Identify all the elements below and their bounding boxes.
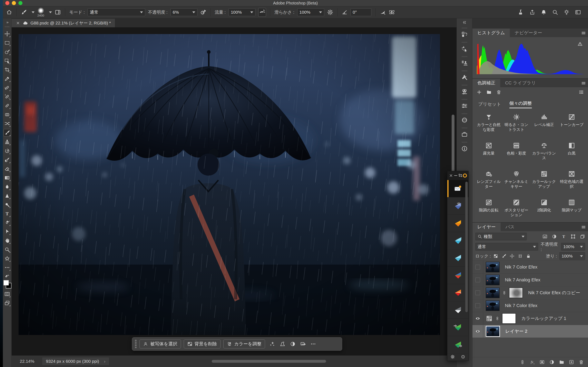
workspace-icon[interactable]	[575, 9, 581, 15]
history-brush-tool[interactable]	[4, 147, 11, 154]
color-mixer-panel-icon[interactable]	[459, 87, 469, 96]
adjustment-item-0[interactable]: カラーと自然な彩度	[475, 113, 503, 137]
filter-smart-object-icon[interactable]	[580, 234, 585, 239]
nik-preferences-icon[interactable]	[450, 355, 455, 359]
smoothing-options-gear-icon[interactable]	[327, 9, 333, 15]
layer-mask-thumbnail[interactable]	[502, 313, 516, 324]
layer-visibility-toggle[interactable]	[472, 261, 483, 273]
info-panel-icon[interactable]	[459, 144, 469, 153]
adjustment-item-12[interactable]: 階調の反転	[475, 199, 503, 222]
adjustments-icon[interactable]	[290, 341, 296, 347]
lock-transparency-icon[interactable]	[493, 254, 498, 259]
new-group-icon[interactable]	[559, 359, 564, 365]
pressure-size-icon[interactable]	[380, 9, 386, 15]
transform-icon[interactable]	[280, 341, 285, 347]
plugins-panel-icon[interactable]	[459, 30, 469, 39]
adjustment-item-7[interactable]: 白黒	[558, 142, 586, 166]
hand-tool[interactable]	[4, 237, 11, 244]
layer-thumbnail[interactable]	[486, 275, 500, 285]
link-layers-icon[interactable]	[520, 359, 525, 365]
layer-visibility-toggle[interactable]	[472, 274, 483, 286]
clone-source-panel-icon[interactable]	[459, 58, 469, 68]
rectangular-marquee-tool[interactable]	[4, 39, 11, 46]
adjustments-panel-menu-icon[interactable]	[581, 81, 586, 86]
list-view-icon[interactable]	[579, 90, 584, 95]
gradient-tool[interactable]	[4, 174, 11, 181]
move-tool[interactable]	[4, 30, 11, 37]
remove-tool[interactable]	[4, 93, 11, 100]
filter-pixel-layers-icon[interactable]	[542, 234, 548, 239]
customize-panel-icon[interactable]	[459, 73, 469, 82]
collapse-panels-icon[interactable]	[462, 20, 467, 25]
layer-name[interactable]: カラールックアップ 1	[521, 315, 566, 322]
nik-minimize-icon[interactable]	[453, 173, 458, 178]
zoom-tool[interactable]	[4, 246, 11, 253]
path-selection-tool[interactable]	[4, 228, 11, 235]
nik-close-icon[interactable]	[449, 173, 453, 178]
new-adjustment-layer-icon[interactable]	[549, 359, 554, 365]
eyedropper-tool[interactable]	[4, 75, 11, 82]
object-selection-tool[interactable]	[4, 57, 11, 64]
tool-preset-chevron-icon[interactable]	[32, 11, 35, 13]
new-group-icon[interactable]	[486, 90, 492, 95]
bell-icon[interactable]	[541, 9, 547, 15]
adjustment-item-4[interactable]: 露光量	[475, 142, 503, 166]
nik-output-sharpener-icon[interactable]	[447, 336, 468, 353]
layer-mask-thumbnail[interactable]	[509, 287, 523, 298]
quick-mask-button[interactable]	[4, 291, 11, 298]
nik-settings-icon[interactable]	[458, 173, 463, 178]
delete-adjustment-icon[interactable]	[496, 90, 502, 95]
layer-name[interactable]: Nik 7 Color Efex	[505, 264, 537, 270]
new-layer-icon[interactable]	[569, 359, 574, 365]
search-icon[interactable]	[552, 9, 558, 15]
adjustment-item-15[interactable]: 階調マップ	[558, 199, 586, 222]
lock-pixels-icon[interactable]	[502, 254, 506, 259]
layer-name[interactable]: Nik 7 Color Efex	[505, 303, 537, 308]
filter-shape-layers-icon[interactable]	[571, 234, 576, 239]
generative-sparkle-icon[interactable]	[269, 341, 275, 347]
layer-thumbnail[interactable]	[486, 262, 500, 272]
brush-size-picker[interactable]: 2400	[37, 8, 44, 17]
brush-settings-panel-icon[interactable]	[55, 9, 61, 15]
layer-row-1[interactable]: Nik 7 Analog Efex	[472, 274, 588, 286]
canvas-image[interactable]	[18, 34, 440, 335]
brush-angle-input[interactable]: 0°	[351, 8, 371, 16]
layer-thumbnail[interactable]	[486, 326, 500, 337]
materials-panel-icon[interactable]	[459, 130, 469, 139]
crop-tool[interactable]	[4, 66, 11, 73]
layer-row-5[interactable]: レイヤー 2	[472, 325, 588, 338]
adjust-color-button[interactable]: カラーを調整	[223, 340, 265, 349]
layer-name[interactable]: Nik 7 Color Efex のコピー	[528, 290, 580, 296]
layer-thumbnail[interactable]	[486, 287, 500, 298]
eraser-tool[interactable]	[4, 165, 11, 172]
adjustment-item-3[interactable]: トーンカーブ	[558, 113, 586, 137]
clone-stamp-tool[interactable]	[4, 138, 11, 145]
nik-presharpener-icon[interactable]	[447, 319, 468, 336]
opacity-select[interactable]: 6%	[171, 8, 198, 16]
subtab-presets[interactable]: プリセット	[478, 101, 501, 107]
pen-tool[interactable]	[4, 219, 11, 226]
spot-healing-brush-tool[interactable]	[4, 84, 11, 91]
filter-adjustment-layers-icon[interactable]	[552, 234, 557, 239]
layer-mask-link-icon[interactable]	[502, 291, 507, 295]
tab-adjustments[interactable]: 色調補正	[472, 79, 500, 87]
layer-row-4[interactable]: カラールックアップ 1	[472, 312, 588, 325]
add-mask-icon[interactable]	[539, 359, 545, 365]
tools-grip[interactable]	[5, 26, 9, 27]
dodge-tool[interactable]	[4, 201, 11, 208]
properties-panel-icon[interactable]	[459, 101, 469, 110]
more-options-icon[interactable]	[310, 341, 316, 347]
layer-mask-link-icon[interactable]	[495, 316, 500, 321]
foreground-color-swatch[interactable]	[3, 280, 9, 285]
taskbar-drag-handle[interactable]	[135, 340, 137, 348]
layer-fill-select[interactable]: 100%	[559, 252, 585, 260]
tool-preset-brush-icon[interactable]	[21, 9, 27, 15]
layer-style-fx-icon[interactable]: fx	[530, 359, 535, 365]
adjustment-item-9[interactable]: チャンネルミキサー	[503, 170, 530, 194]
adjustment-item-6[interactable]: カラーバランス	[530, 142, 558, 166]
screen-mode-button[interactable]	[4, 300, 11, 307]
adjustment-item-11[interactable]: 特定色域の選択	[558, 170, 586, 194]
adjustment-brush-tool[interactable]	[4, 120, 11, 127]
custom-shape-tool[interactable]	[4, 255, 11, 262]
layer-opacity-select[interactable]: 100%	[561, 243, 585, 250]
